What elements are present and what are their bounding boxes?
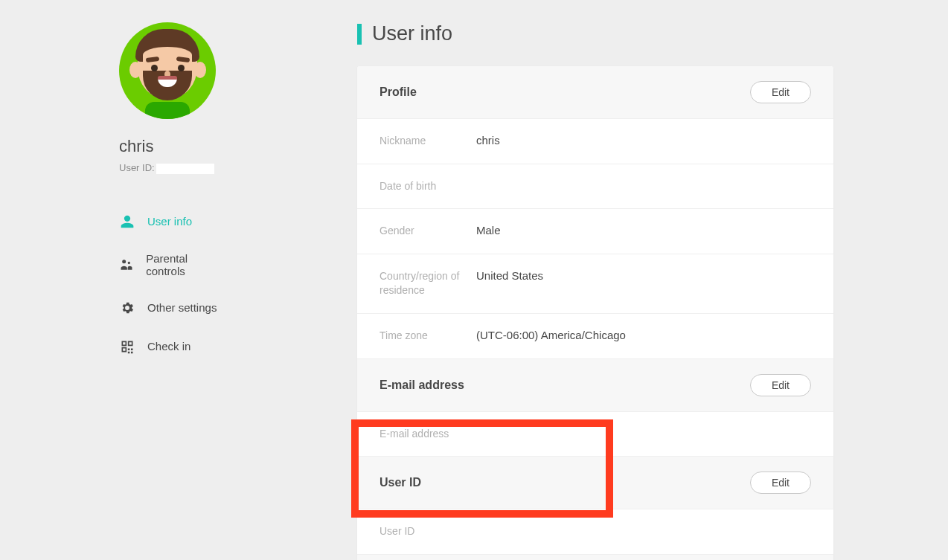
label-nickname: Nickname bbox=[379, 134, 476, 149]
page-title: User info bbox=[357, 22, 833, 45]
edit-userid-button[interactable]: Edit bbox=[750, 472, 811, 494]
label-timezone: Time zone bbox=[379, 329, 476, 344]
section-head-email: E-mail address Edit bbox=[357, 358, 833, 411]
row-nickname: Nickname chris bbox=[357, 118, 833, 164]
row-dob: Date of birth bbox=[357, 164, 833, 209]
label-gender: Gender bbox=[379, 224, 476, 239]
row-userid: User ID bbox=[357, 509, 833, 554]
nav-parental-controls[interactable]: Parental controls bbox=[119, 241, 223, 289]
section-head-profile: Profile Edit bbox=[357, 66, 833, 118]
sidebar-nav: User info Parental controls Other settin… bbox=[119, 202, 223, 366]
nav-check-in[interactable]: Check in bbox=[119, 327, 223, 366]
section-head-userid: User ID Edit bbox=[357, 456, 833, 509]
sidebar-userid-value bbox=[156, 164, 214, 174]
gear-icon bbox=[119, 300, 135, 316]
nav-label: User info bbox=[147, 215, 192, 228]
qr-icon bbox=[119, 338, 135, 355]
section-head-password: Password Edit bbox=[357, 554, 833, 560]
nav-label: Check in bbox=[147, 340, 190, 353]
label-userid: User ID bbox=[379, 524, 476, 539]
value-gender: Male bbox=[476, 224, 501, 239]
sidebar-username: chris bbox=[119, 137, 223, 156]
nav-other-settings[interactable]: Other settings bbox=[119, 289, 223, 327]
label-email: E-mail address bbox=[379, 427, 476, 442]
avatar bbox=[119, 22, 216, 119]
row-country: Country/region of residence United State… bbox=[357, 254, 833, 313]
nav-user-info[interactable]: User info bbox=[119, 202, 223, 241]
value-nickname: chris bbox=[476, 134, 500, 149]
mii-avatar-icon bbox=[132, 29, 203, 119]
parental-icon bbox=[119, 257, 134, 273]
nav-label: Other settings bbox=[147, 301, 217, 314]
edit-email-button[interactable]: Edit bbox=[750, 374, 811, 396]
label-country: Country/region of residence bbox=[379, 269, 476, 298]
person-icon bbox=[119, 213, 135, 230]
section-title-profile: Profile bbox=[379, 86, 417, 99]
edit-profile-button[interactable]: Edit bbox=[750, 81, 811, 103]
settings-card: Profile Edit Nickname chris Date of birt… bbox=[357, 66, 833, 560]
value-country: United States bbox=[476, 269, 543, 298]
main-content: User info Profile Edit Nickname chris Da… bbox=[246, 22, 833, 560]
value-timezone: (UTC-06:00) America/Chicago bbox=[476, 329, 626, 344]
section-title-email: E-mail address bbox=[379, 379, 464, 392]
row-gender: Gender Male bbox=[357, 208, 833, 254]
row-timezone: Time zone (UTC-06:00) America/Chicago bbox=[357, 313, 833, 358]
row-email: E-mail address bbox=[357, 411, 833, 457]
sidebar: chris User ID: User info Parental contro… bbox=[0, 22, 246, 560]
nav-label: Parental controls bbox=[146, 252, 223, 277]
sidebar-userid: User ID: bbox=[119, 162, 223, 174]
section-title-userid: User ID bbox=[379, 476, 421, 489]
label-dob: Date of birth bbox=[379, 179, 476, 194]
